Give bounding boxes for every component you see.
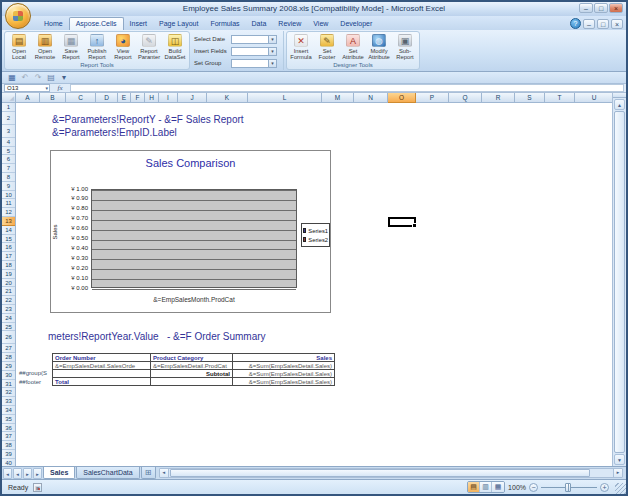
build-dataset-button[interactable]: ◫Build DataSet <box>162 33 188 61</box>
insert-fields-combo[interactable]: ▾ <box>231 47 277 56</box>
table-cell[interactable] <box>151 378 233 386</box>
row-header-8[interactable]: 8 <box>2 173 15 182</box>
row-header-21[interactable]: 21 <box>2 287 15 296</box>
table-header-order-number[interactable]: Order Number <box>53 354 151 362</box>
close-button[interactable]: × <box>609 3 623 13</box>
footer-marker-cell[interactable]: ##footer <box>19 379 41 385</box>
chevron-down-icon[interactable]: ▾ <box>268 60 276 67</box>
workbook-restore-button[interactable]: □ <box>597 19 609 29</box>
minimize-button[interactable]: – <box>579 3 593 13</box>
row-header-33[interactable]: 33 <box>2 397 15 406</box>
row-header-23[interactable]: 23 <box>2 305 15 314</box>
save-report-button[interactable]: ▦Save Report <box>58 33 84 61</box>
redo-icon[interactable]: ↷ <box>33 73 43 83</box>
row-header-25[interactable]: 25 <box>2 323 15 332</box>
workbook-minimize-button[interactable]: – <box>583 19 595 29</box>
publish-report-button[interactable]: ↑Publish Report <box>84 33 110 61</box>
row-header-13[interactable]: 13 <box>2 217 15 226</box>
row-header-28[interactable]: 28 <box>2 353 15 362</box>
row-header-30[interactable]: 30 <box>2 371 15 380</box>
row-header-31[interactable]: 31 <box>2 380 15 389</box>
row-header-3[interactable]: 3 <box>2 125 15 138</box>
zoom-level-label[interactable]: 100% <box>508 484 526 491</box>
office-button[interactable] <box>5 3 31 29</box>
set-attribute-button[interactable]: ASet Attribute <box>340 33 366 61</box>
page-break-view-button[interactable]: ▦ <box>492 482 504 492</box>
help-button[interactable]: ? <box>570 18 581 29</box>
horizontal-scrollbar[interactable]: ◄ ► <box>159 468 623 478</box>
ribbon-tab-aspose-cells[interactable]: Aspose.Cells <box>69 17 124 30</box>
vertical-scrollbar[interactable]: ▲ ▼ <box>612 93 626 466</box>
column-header-l[interactable]: L <box>248 93 322 103</box>
table-cell[interactable]: &=EmpSalesDetail.SalesOrde <box>53 362 151 370</box>
row-header-18[interactable]: 18 <box>2 261 15 270</box>
column-header-p[interactable]: P <box>416 93 449 103</box>
row-header-17[interactable]: 17 <box>2 252 15 261</box>
order-summary-table[interactable]: Order NumberProduct CategorySales&=EmpSa… <box>52 353 335 386</box>
scroll-up-button[interactable]: ▲ <box>614 99 625 110</box>
sheet-tab-saleschartdata[interactable]: SalesChartData <box>76 467 139 479</box>
row-header-35[interactable]: 35 <box>2 415 15 424</box>
sales-comparison-chart[interactable]: Sales Comparison Sales ¥ 1.00¥ 0.90¥ 0.8… <box>50 150 331 313</box>
sheet-tab-sales[interactable]: Sales <box>43 467 75 479</box>
table-cell[interactable]: &=EmpSalesDetail.ProdCat <box>151 362 233 370</box>
chevron-down-icon[interactable]: ▾ <box>268 36 276 43</box>
table-cell[interactable]: &=Sum(EmpSalesDetail.Sales) <box>233 378 335 386</box>
modify-attribute-button[interactable]: ◍Modify Attribute <box>366 33 392 61</box>
column-header-c[interactable]: C <box>66 93 96 103</box>
insert-function-button[interactable]: fx <box>52 84 68 92</box>
select-date-combo[interactable]: ▾ <box>231 35 277 44</box>
row-header-14[interactable]: 14 <box>2 226 15 235</box>
row-header-22[interactable]: 22 <box>2 296 15 305</box>
table-header-product-category[interactable]: Product Category <box>151 354 233 362</box>
column-header-k[interactable]: K <box>207 93 248 103</box>
row-header-37[interactable]: 37 <box>2 432 15 441</box>
row-header-26[interactable]: 26 <box>2 331 15 344</box>
row-header-16[interactable]: 16 <box>2 243 15 252</box>
page-layout-view-button[interactable]: ▥ <box>480 482 492 492</box>
zoom-slider-thumb[interactable] <box>565 483 571 492</box>
first-sheet-button[interactable]: ◄ <box>3 468 12 479</box>
row-header-20[interactable]: 20 <box>2 279 15 288</box>
row-header-11[interactable]: 11 <box>2 199 15 208</box>
group-marker-cell[interactable]: ##group(S <box>19 370 47 376</box>
column-header-d[interactable]: D <box>96 93 118 103</box>
column-header-e[interactable]: E <box>118 93 131 103</box>
row-header-39[interactable]: 39 <box>2 450 15 459</box>
name-box[interactable]: O13 ▾ <box>4 84 50 92</box>
horizontal-scroll-thumb[interactable] <box>170 469 590 477</box>
column-header-n[interactable]: N <box>354 93 388 103</box>
column-header-r[interactable]: R <box>482 93 515 103</box>
save-icon[interactable]: ▦ <box>7 73 17 83</box>
row-header-38[interactable]: 38 <box>2 441 15 450</box>
row-header-34[interactable]: 34 <box>2 406 15 415</box>
column-header-m[interactable]: M <box>322 93 354 103</box>
ribbon-tab-insert[interactable]: Insert <box>124 18 154 30</box>
zoom-out-button[interactable]: − <box>529 483 538 492</box>
sub-report-button[interactable]: ▣Sub-Report <box>392 33 418 61</box>
row-header-19[interactable]: 19 <box>2 270 15 279</box>
row-header-5[interactable]: 5 <box>2 147 15 156</box>
view-report-button[interactable]: ◕View Report <box>110 33 136 61</box>
column-header-s[interactable]: S <box>515 93 545 103</box>
column-header-f[interactable]: F <box>131 93 145 103</box>
row-header-7[interactable]: 7 <box>2 164 15 173</box>
row-header-2[interactable]: 2 <box>2 112 15 125</box>
row-header-40[interactable]: 40 <box>2 459 15 466</box>
zoom-slider[interactable] <box>541 483 597 492</box>
zoom-in-button[interactable]: + <box>600 483 609 492</box>
column-header-q[interactable]: Q <box>449 93 482 103</box>
table-header-sales[interactable]: Sales <box>233 354 335 362</box>
scroll-right-button[interactable]: ► <box>613 469 622 477</box>
workbook-close-button[interactable]: × <box>611 19 623 29</box>
normal-view-button[interactable]: ▤ <box>468 482 480 492</box>
column-header-j[interactable]: J <box>178 93 207 103</box>
ribbon-tab-page-layout[interactable]: Page Layout <box>153 18 204 30</box>
formula-input[interactable] <box>70 84 624 92</box>
select-all-button[interactable]: ◢ <box>2 93 16 103</box>
vertical-scroll-thumb[interactable] <box>614 111 625 453</box>
worksheet-grid[interactable]: &=Parameters!ReportY - &=F Sales Report … <box>2 103 626 466</box>
insert-worksheet-tab[interactable]: ⊞ <box>141 467 156 479</box>
scroll-down-button[interactable]: ▼ <box>614 454 625 465</box>
ribbon-tab-home[interactable]: Home <box>38 18 69 30</box>
